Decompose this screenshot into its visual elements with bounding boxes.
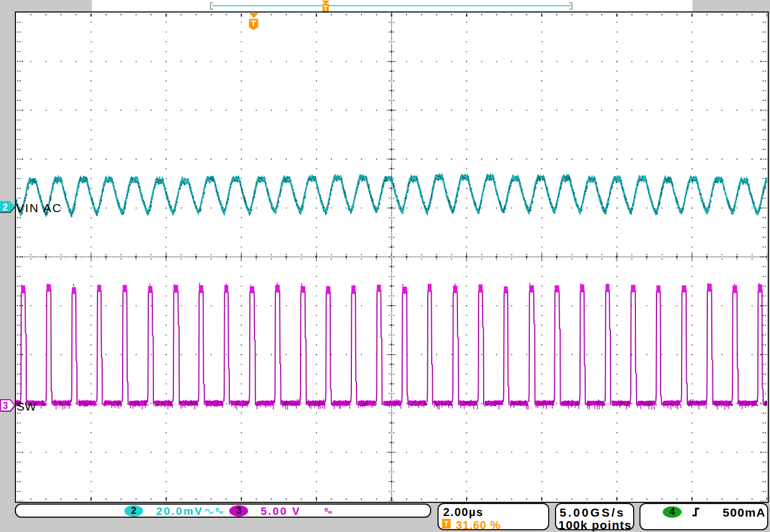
svg-text:3: 3 — [3, 401, 8, 411]
svg-text:W: W — [328, 510, 333, 515]
svg-text:W: W — [219, 510, 224, 515]
svg-text:2: 2 — [3, 202, 8, 212]
svg-text:T: T — [250, 18, 256, 27]
